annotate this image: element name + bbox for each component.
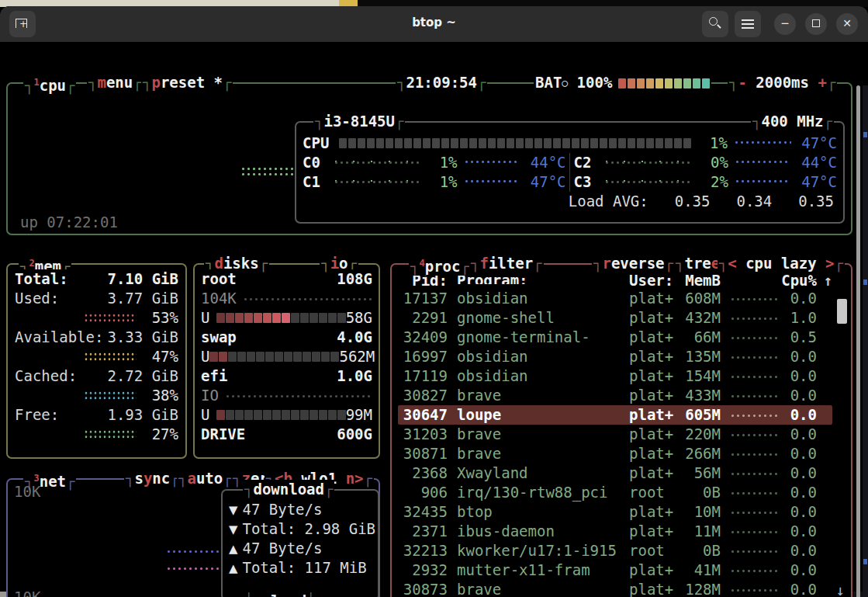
screen-right-edge [863,85,868,597]
disk-used-meter [216,410,346,420]
net-panel: ┐3net┌ ┐sync┌ ┐auto┌ ┐zero┌ ┐<b wlo1 n>┌… [6,478,380,597]
disk-row: DRIVE600G [201,425,372,444]
process-row[interactable]: 2932mutter-x11-framplat+41M0.0 [398,561,832,580]
process-row[interactable]: 17137obsidianplat+608M0.0 [398,289,832,308]
proc-box-title[interactable]: ┐4proc┌ [409,254,471,276]
interval-minus-button[interactable]: - [738,74,746,91]
proc-cpu-graph [730,548,778,554]
proc-cpu-graph [730,490,778,496]
battery-icon: ○ [562,77,568,89]
disk-used-row: U562M [201,347,372,366]
net-stat-line: ▼47 Byte/s [229,500,375,519]
core-temp-graph [735,179,790,186]
mem-meter-row: 27% [15,425,178,444]
cpu-box-title[interactable]: ┐1cpu┌ [23,73,76,95]
proc-cpu-graph [730,432,778,438]
hamburger-icon [742,19,754,29]
disk-used-row: U99M [201,405,372,425]
net-scale-top: 10K [14,483,40,500]
process-row[interactable]: 17119obsidianplat+154M0.0 [398,366,832,386]
sort-next-arrow[interactable]: > [825,255,834,272]
core-row: C1 1% 47°C C3 2% 47°C [303,172,837,192]
maximize-button[interactable] [805,13,827,35]
core-usage-graph [604,179,693,186]
process-row[interactable]: 2291gnome-shellplat+432M1.0 [398,308,832,328]
minimize-button[interactable]: ─ [774,13,796,35]
menu-button-btop[interactable]: ┐menu┌ [87,73,144,92]
clock: ┐21:09:54┌ [396,73,487,92]
menu-button[interactable] [735,11,761,37]
proc-cpu-graph [730,335,778,341]
process-row[interactable]: 2368Xwaylandplat+56M0.0 [398,463,832,483]
battery-meter [618,78,710,89]
mem-meter-row: 53% [15,308,178,328]
net-stats: ▼47 Byte/s▼Total: 2.98 GiB▲47 Byte/s▲Tot… [229,500,375,578]
cpu-detail-box: ┐i3-8145U┌ ┐400 MHz┌ CPU 1% 47°C C0 [295,121,845,224]
interval-plus-button[interactable]: + [818,74,826,91]
disk-used-row: U58G [201,308,372,328]
mem-row: Available:3.33 GiB [15,328,178,347]
proc-panel: ┐4proc┌ ┐filter┌ ┐reverse┌ ┐tree┌ ┐< cpu… [390,263,852,597]
process-row[interactable]: 16997obsidianplat+135M0.0 [398,347,832,366]
process-list: 17137obsidianplat+608M0.02291gnome-shell… [392,284,851,597]
proc-cpu-graph [730,470,778,477]
disk-row: root108G [201,269,372,289]
net-stat-line: ▼Total: 2.98 GiB [229,519,375,539]
proc-cpu-graph [730,393,778,399]
core-usage-graph [334,179,422,186]
process-row[interactable]: 906irq/130-rtw88_pciroot0B0.0 [398,483,832,502]
divider [569,172,571,192]
proc-filter-button[interactable]: ┐filter┌ [469,254,544,272]
process-row[interactable]: 32409gnome-terminal-plat+66M0.5 [398,328,832,347]
net-stat-line: ▲47 Byte/s [229,539,375,558]
proc-cpu-graph [730,373,778,380]
download-title: ┐download┌ [243,480,334,498]
process-row[interactable]: 2371ibus-daemonplat+11M0.0 [398,522,832,541]
terminal-scrollbar[interactable] [856,85,860,597]
cpu-usage-meter [339,138,691,148]
disk-used-meter [216,313,346,323]
process-row[interactable]: 30827braveplat+433M0.0 [398,386,832,405]
mem-usage-meter [84,429,137,439]
mem-row: Cached:2.72 GiB [15,366,178,386]
update-interval-control: ┐- 2000ms +┌ [728,73,837,92]
net-scale-bottom: 10K [14,588,40,597]
net-auto-toggle[interactable]: ┐auto┌ [177,469,233,488]
cpu-panel: up 07:22:01 ┐i3-8145U┌ ┐400 MHz┌ CPU 1% … [6,82,852,235]
cpu-model: ┐i3-8145U┌ [313,112,405,130]
titlebar[interactable]: + btop ~ ─ ✕ [0,6,868,42]
core-temp-graph [735,159,790,166]
cpu-mini-graph [240,165,296,177]
search-icon [709,17,718,26]
proc-reverse-toggle[interactable]: ┐reverse┌ [592,254,675,272]
proc-cpu-graph [730,587,778,593]
net-stats-box: ┐download┌ ┘upload└ ▼47 Byte/s▼Total: 2.… [221,489,379,597]
proc-cpu-graph [730,315,778,321]
preset-button-btop[interactable]: ┐preset *┌ [141,73,233,92]
process-row[interactable]: 30871braveplat+266M0.0 [398,444,832,463]
process-row[interactable]: 32213kworker/u17:1-i915root0B0.0 [398,541,832,561]
sort-prev-arrow[interactable]: < [728,255,736,272]
net-sync-toggle[interactable]: ┐sync┌ [124,469,181,488]
proc-cpu-graph [730,296,778,302]
core-temp-graph [464,179,520,186]
mem-row: Used:3.77 GiB [15,289,178,308]
upload-title: ┘upload└ [243,592,317,597]
divider [569,153,571,172]
process-row[interactable]: 31203braveplat+220M0.0 [398,425,832,444]
disk-row: efi1.0G [201,366,372,386]
terminal-window: + btop ~ ─ ✕ ┐1cpu┌ ┐menu┌ ┐preset *┌ ┐2… [0,6,868,592]
cpu-total-row: CPU 1% 47°C [303,134,837,153]
process-row[interactable]: 30647loupeplat+605M0.0 [398,405,832,425]
mem-row: Free:1.93 GiB [15,405,178,425]
cpu-frequency: ┐400 MHz┌ [751,112,834,130]
disk-row: swap4.0G [201,328,372,347]
disk-io-row: IO [201,386,372,405]
proc-scrollbar-thumb[interactable] [837,299,847,324]
mem-meter-row: 47% [15,347,178,366]
close-button[interactable]: ✕ [836,13,858,35]
process-row[interactable]: 30873braveplat+128M0.0 [398,580,832,597]
net-stat-line: ▲Total: 117 MiB [229,558,375,578]
search-button[interactable] [702,11,728,37]
process-row[interactable]: 32435btopplat+10M0.0 [398,502,832,522]
